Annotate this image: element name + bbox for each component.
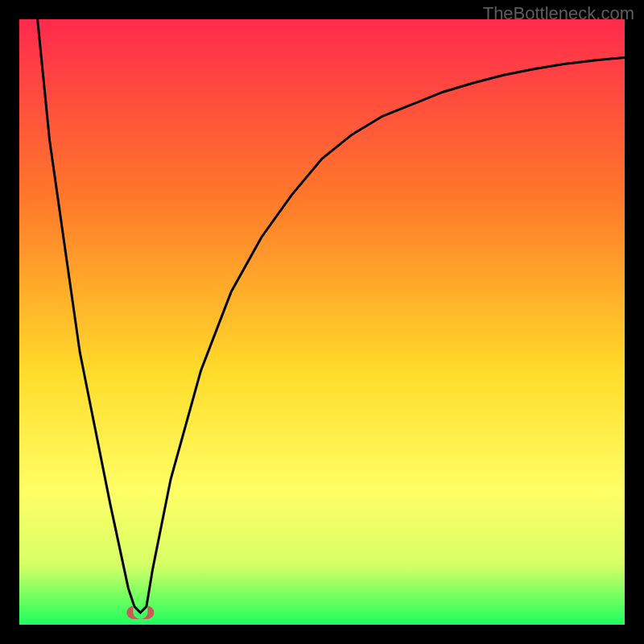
chart-svg bbox=[0, 0, 644, 644]
watermark-label: TheBottleneck.com bbox=[483, 3, 634, 24]
chart-container: TheBottleneck.com bbox=[0, 0, 644, 644]
plot-background bbox=[19, 19, 625, 625]
